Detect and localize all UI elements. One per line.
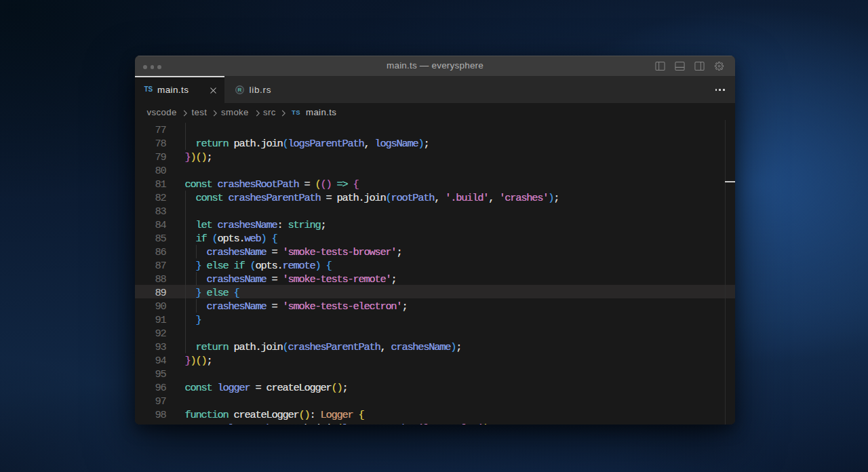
svg-text:R: R bbox=[238, 87, 242, 93]
